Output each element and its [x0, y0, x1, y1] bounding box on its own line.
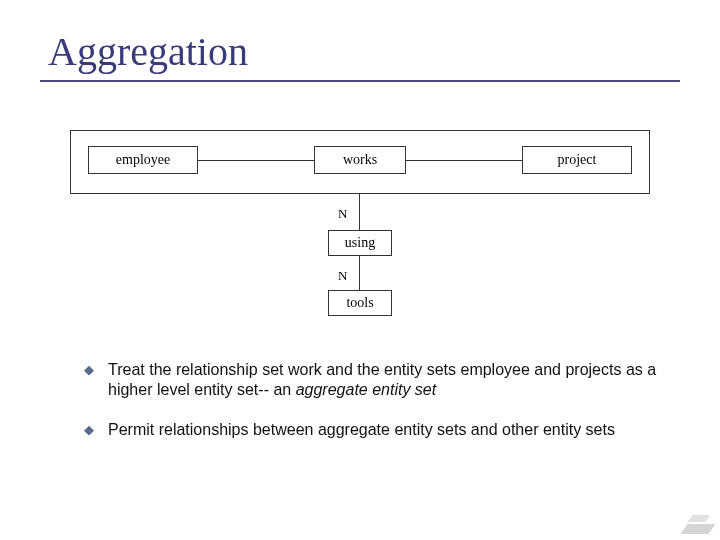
edge-employee-works: [198, 160, 314, 161]
background-grid: [0, 0, 30, 540]
entity-employee: employee: [88, 146, 198, 174]
bullet-text: Treat the relationship set work and the …: [108, 360, 664, 400]
entity-tools: tools: [328, 290, 392, 316]
diamond-bullet-icon: ◆: [84, 420, 102, 440]
relationship-works: works: [314, 146, 406, 174]
edge-works-project: [406, 160, 522, 161]
list-item: ◆ Permit relationships between aggregate…: [84, 420, 664, 440]
relationship-using: using: [328, 230, 392, 256]
page-title: Aggregation: [48, 28, 248, 75]
er-diagram: employee works project using tools N N: [70, 130, 650, 340]
bullet-text: Permit relationships between aggregate e…: [108, 420, 615, 440]
entity-project: project: [522, 146, 632, 174]
edge-aggregate-using: [359, 194, 360, 230]
corner-decoration: [672, 504, 712, 534]
list-item: ◆ Treat the relationship set work and th…: [84, 360, 664, 400]
edge-using-tools: [359, 256, 360, 290]
cardinality-n-top: N: [338, 206, 347, 222]
title-underline: [40, 80, 680, 82]
cardinality-n-bottom: N: [338, 268, 347, 284]
diamond-bullet-icon: ◆: [84, 360, 102, 380]
bullet-list: ◆ Treat the relationship set work and th…: [84, 360, 664, 460]
